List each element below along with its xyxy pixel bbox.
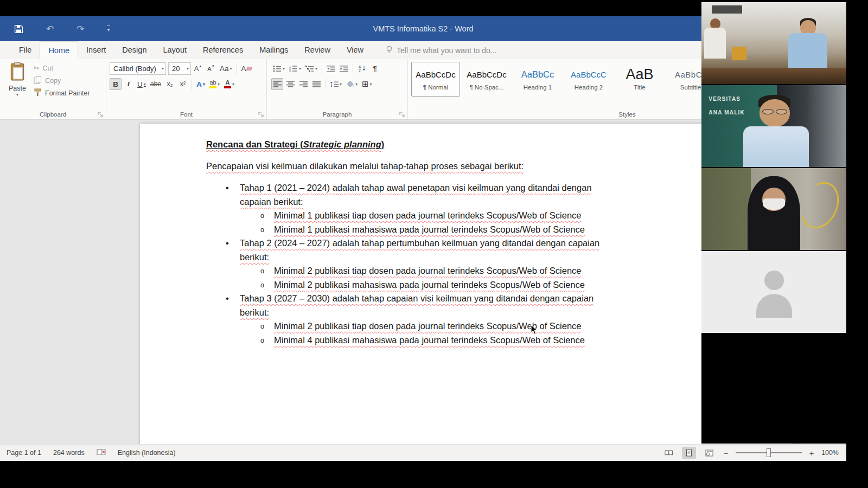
paste-button[interactable]: Paste ▾ bbox=[4, 62, 30, 105]
style-no-spacing[interactable]: AaBbCcDc ¶ No Spac... bbox=[462, 62, 511, 97]
strikethrough-button[interactable]: abe bbox=[149, 78, 163, 90]
lightbulb-icon bbox=[386, 46, 393, 55]
zoom-slider-thumb[interactable] bbox=[767, 448, 771, 457]
bullets-button[interactable] bbox=[271, 62, 286, 74]
numbered-list-icon: 123 bbox=[289, 65, 298, 72]
tab-references[interactable]: References bbox=[195, 41, 251, 59]
language-indicator[interactable]: English (Indonesia) bbox=[118, 449, 176, 457]
paragraph-group-label: Paragraph bbox=[267, 111, 407, 118]
group-paragraph: 123 AZ ¶ bbox=[267, 59, 408, 119]
tab-home[interactable]: Home bbox=[40, 41, 78, 59]
web-layout-button[interactable] bbox=[702, 447, 716, 459]
banner-text: VERSITAS bbox=[709, 96, 741, 102]
align-center-button[interactable] bbox=[284, 78, 296, 90]
format-painter-button[interactable]: Format Painter bbox=[34, 88, 90, 98]
zoom-level[interactable]: 100% bbox=[821, 449, 839, 457]
clear-formatting-button[interactable]: A bbox=[240, 63, 253, 75]
list-subitem: Minimal 2 publikasi tiap dosen pada jour… bbox=[206, 319, 616, 333]
tell-me-box[interactable]: Tell me what you want to do... bbox=[386, 41, 496, 59]
wall-cable bbox=[794, 176, 846, 235]
zoom-in-button[interactable]: + bbox=[808, 448, 815, 458]
text-effects-button[interactable]: A bbox=[195, 78, 207, 90]
align-right-icon bbox=[299, 81, 308, 87]
page-count[interactable]: Page 1 of 1 bbox=[7, 449, 41, 457]
list-subitem: Minimal 2 publikasi tiap dosen pada jour… bbox=[206, 264, 616, 278]
highlight-color-button[interactable]: ab bbox=[208, 78, 221, 90]
eraser-icon bbox=[246, 67, 252, 70]
line-spacing-button[interactable] bbox=[328, 78, 343, 90]
indent-icon bbox=[340, 65, 348, 72]
style-title[interactable]: AaB Title bbox=[615, 62, 664, 97]
video-tile-no-video[interactable] bbox=[701, 251, 846, 333]
sort-az-icon: AZ bbox=[358, 65, 366, 72]
web-layout-icon bbox=[705, 450, 713, 457]
bold-button[interactable]: B bbox=[110, 78, 122, 90]
zoom-slider[interactable] bbox=[736, 452, 802, 453]
style-heading-1[interactable]: AaBbCc Heading 1 bbox=[513, 62, 562, 97]
subscript-button[interactable]: x₂ bbox=[164, 78, 176, 90]
style-normal[interactable]: AaBbCcDc ¶ Normal bbox=[411, 62, 460, 97]
decrease-indent-button[interactable] bbox=[325, 62, 337, 74]
list-subitem: Minimal 1 publikasi mahasiswa pada journ… bbox=[206, 223, 616, 237]
copy-button[interactable]: Copy bbox=[34, 76, 90, 86]
word-count[interactable]: 264 words bbox=[53, 449, 85, 457]
numbering-button[interactable]: 123 bbox=[288, 62, 303, 74]
video-tile-woman[interactable] bbox=[701, 168, 846, 250]
tab-file[interactable]: File bbox=[11, 41, 40, 59]
shrink-font-button[interactable]: A▼ bbox=[205, 63, 217, 75]
sort-button[interactable]: AZ bbox=[356, 62, 368, 74]
tab-review[interactable]: Review bbox=[296, 41, 339, 59]
font-size-combo[interactable]: 20 ▾ bbox=[168, 62, 191, 75]
copy-icon bbox=[34, 76, 42, 86]
group-clipboard: Paste ▾ ✂ Cut Copy bbox=[0, 59, 106, 119]
video-tile-office[interactable] bbox=[701, 2, 846, 84]
multilevel-list-icon bbox=[305, 65, 314, 72]
justify-icon bbox=[312, 81, 321, 87]
scissors-icon: ✂ bbox=[34, 65, 39, 72]
paragraph-dialog-launcher-icon[interactable] bbox=[399, 111, 406, 117]
change-case-button[interactable]: Aa bbox=[218, 63, 234, 75]
zoom-out-button[interactable]: − bbox=[722, 448, 730, 458]
font-dialog-launcher-icon[interactable] bbox=[258, 111, 265, 117]
underline-button[interactable]: U bbox=[136, 78, 148, 90]
line-spacing-icon bbox=[330, 81, 339, 88]
clipboard-dialog-launcher-icon[interactable] bbox=[98, 111, 104, 117]
face-mask bbox=[763, 198, 784, 210]
proofing-icon[interactable] bbox=[97, 448, 106, 457]
paste-label: Paste bbox=[4, 85, 30, 92]
video-tile-banner-man[interactable]: VERSITAS ANA MALIK bbox=[701, 85, 846, 167]
align-right-button[interactable] bbox=[297, 78, 309, 90]
superscript-button[interactable]: x² bbox=[177, 78, 189, 90]
cut-button[interactable]: ✂ Cut bbox=[34, 63, 90, 73]
style-heading-2[interactable]: AaBbCcC Heading 2 bbox=[564, 62, 613, 97]
borders-button[interactable]: ⊞ bbox=[360, 78, 374, 90]
font-color-button[interactable]: A bbox=[222, 78, 236, 90]
grow-font-button[interactable]: A▲ bbox=[192, 63, 204, 75]
font-family-combo[interactable]: Calibri (Body) ▾ bbox=[110, 62, 166, 75]
bullet-list-icon bbox=[273, 65, 282, 72]
print-layout-icon bbox=[685, 449, 693, 457]
print-layout-button[interactable] bbox=[682, 447, 696, 459]
avatar-placeholder-icon bbox=[756, 294, 792, 318]
increase-indent-button[interactable] bbox=[338, 62, 350, 74]
tab-design[interactable]: Design bbox=[114, 41, 155, 59]
document-page[interactable]: Rencana dan Strategi (Strategic planning… bbox=[140, 124, 792, 445]
multilevel-list-button[interactable] bbox=[304, 62, 319, 74]
list-subitem: Minimal 1 publikasi tiap dosen pada jour… bbox=[206, 209, 616, 223]
tab-mailings[interactable]: Mailings bbox=[251, 41, 296, 59]
italic-button[interactable]: I bbox=[123, 78, 135, 90]
list-subitem: Minimal 2 publikasi mahasiswa pada journ… bbox=[206, 278, 616, 292]
align-left-button[interactable] bbox=[271, 78, 283, 90]
align-left-icon bbox=[273, 81, 282, 87]
tab-layout[interactable]: Layout bbox=[155, 41, 195, 59]
avatar-placeholder-icon bbox=[764, 271, 784, 290]
shading-button[interactable] bbox=[344, 78, 359, 90]
tab-view[interactable]: View bbox=[339, 41, 372, 59]
list-subitem: Minimal 4 publikasi mahasiswa pada journ… bbox=[206, 333, 616, 348]
show-hide-paragraph-button[interactable]: ¶ bbox=[369, 62, 381, 74]
copy-label: Copy bbox=[45, 77, 61, 85]
font-size-value: 20 bbox=[172, 65, 180, 73]
justify-button[interactable] bbox=[310, 78, 322, 90]
read-mode-button[interactable] bbox=[662, 447, 676, 459]
tab-insert[interactable]: Insert bbox=[78, 41, 114, 59]
